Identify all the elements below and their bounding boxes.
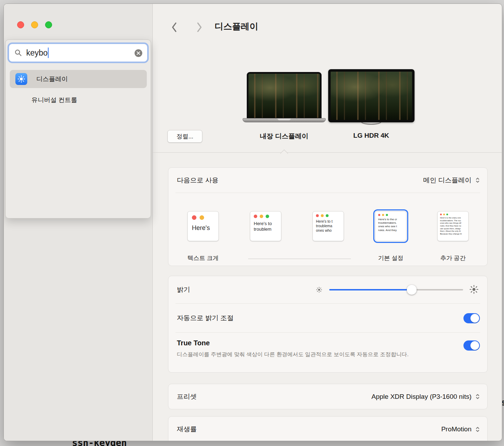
builtin-display-thumbnail[interactable]	[247, 72, 322, 120]
search-result-label: 유니버설 컨트롤	[31, 96, 77, 104]
auto-brightness-toggle[interactable]	[463, 313, 480, 323]
external-display-thumbnail[interactable]	[328, 69, 415, 122]
true-tone-toggle[interactable]	[463, 340, 480, 351]
wallpaper-forest-image	[249, 74, 320, 118]
scaling-option-1[interactable]: Here's	[187, 211, 219, 241]
brightness-row: 밝기	[168, 276, 487, 303]
close-button[interactable]	[17, 21, 24, 28]
chevron-up-down-icon	[475, 177, 480, 183]
brightness-slider-fill	[329, 289, 412, 290]
refresh-rate-dropdown[interactable]: ProMotion	[441, 425, 480, 433]
text-cursor	[48, 48, 49, 58]
preset-dropdown[interactable]: Apple XDR Display (P3-1600 nits)	[372, 393, 480, 401]
search-query-text: keybo	[26, 48, 48, 58]
page-title: 디스플레이	[215, 21, 258, 32]
sample-text: Here's to t troublema ones who	[313, 217, 344, 232]
sample-text: Here's to troublem	[250, 218, 281, 232]
search-result-universal-control[interactable]: 유니버설 컨트롤	[10, 92, 147, 108]
mini-traffic-lights-icon	[375, 211, 406, 216]
back-button[interactable]	[170, 21, 179, 33]
mini-traffic-lights-icon	[313, 211, 344, 217]
sample-text: Here's to the crazy one troublemakers. T…	[438, 215, 468, 235]
scaling-option-5[interactable]: Here's to the crazy one troublemakers. T…	[437, 211, 469, 241]
display-brightness-icon	[15, 73, 27, 85]
use-as-label: 다음으로 사용	[177, 176, 218, 185]
system-settings-window: keybo	[3, 3, 502, 441]
brightness-dim-icon	[316, 287, 322, 293]
scaling-options: Here's Here's to troublem	[168, 193, 487, 266]
preset-card: 프리셋 Apple XDR Display (P3-1600 nits)	[168, 384, 488, 409]
zoom-button[interactable]	[45, 21, 52, 28]
chevron-up-down-icon	[475, 394, 480, 400]
mini-traffic-lights-icon	[188, 211, 218, 220]
brightness-label: 밝기	[177, 285, 190, 294]
search-results-popover: keybo	[5, 39, 151, 218]
display-settings-card: 다음으로 사용 메인 디스플레이 Her	[168, 167, 488, 266]
search-icon	[14, 49, 22, 57]
brightness-slider-thumb[interactable]	[407, 285, 417, 295]
auto-brightness-label: 자동으로 밝기 조절	[177, 314, 234, 323]
brightness-bright-icon	[469, 285, 478, 294]
brightness-card: 밝기	[168, 276, 488, 373]
selected-display-caret	[280, 150, 288, 158]
search-input[interactable]: keybo	[9, 44, 147, 62]
scaling-option-4[interactable]: Here's to the cr troublemakers. ones who…	[375, 211, 406, 241]
scaling-label-default: 기본 설정	[378, 254, 404, 262]
use-as-row: 다음으로 사용 메인 디스플레이	[168, 168, 487, 193]
true-tone-label: True Tone	[177, 339, 409, 347]
sidebar: keybo	[4, 4, 153, 441]
external-display-label: LG HDR 4K	[353, 132, 389, 139]
scaling-option-2[interactable]: Here's to troublem	[250, 211, 281, 241]
refresh-rate-card: 재생률 ProMotion	[168, 416, 488, 441]
mini-traffic-lights-icon	[438, 211, 468, 215]
search-result-label: 디스플레이	[36, 75, 68, 83]
refresh-rate-row: 재생률 ProMotion	[168, 417, 487, 441]
mini-traffic-lights-icon	[250, 211, 281, 218]
search-result-displays[interactable]: 디스플레이	[10, 70, 147, 88]
wallpaper-forest-image	[331, 72, 412, 120]
preset-label: 프리셋	[177, 392, 197, 401]
true-tone-row: True Tone 디스플레이를 주변광에 맞춰 색상이 다른 환경에서도 일관…	[168, 333, 487, 358]
window-controls	[17, 21, 52, 28]
sample-text: Here's	[188, 220, 218, 232]
auto-brightness-row: 자동으로 밝기 조절	[168, 304, 487, 332]
minimize-button[interactable]	[31, 21, 38, 28]
clear-search-button[interactable]	[135, 49, 142, 57]
use-as-value: 메인 디스플레이	[423, 176, 471, 185]
true-tone-text: True Tone 디스플레이를 주변광에 맞춰 색상이 다른 환경에서도 일관…	[177, 339, 409, 358]
scaling-label-more-space: 추가 공간	[440, 254, 466, 262]
use-as-dropdown[interactable]: 메인 디스플레이	[423, 176, 480, 185]
preset-value: Apple XDR Display (P3-1600 nits)	[372, 393, 471, 401]
arrange-button[interactable]: 정렬...	[167, 130, 202, 143]
refresh-rate-label: 재생률	[177, 425, 197, 434]
sample-text: Here's to the cr troublemakers. ones who…	[375, 216, 406, 232]
chevron-up-down-icon	[475, 426, 480, 432]
divider	[153, 152, 502, 153]
scaling-track-line	[248, 259, 351, 259]
refresh-rate-value: ProMotion	[441, 425, 471, 433]
builtin-display-label: 내장 디스플레이	[260, 132, 308, 141]
laptop-base	[243, 118, 326, 122]
forward-button[interactable]	[195, 21, 204, 33]
preset-row: 프리셋 Apple XDR Display (P3-1600 nits)	[168, 384, 487, 409]
scaling-option-3[interactable]: Here's to t troublema ones who	[312, 211, 344, 241]
true-tone-description: 디스플레이를 주변광에 맞춰 색상이 다른 환경에서도 일관적으로 보이도록 자…	[177, 350, 409, 358]
main-content: 디스플레이 내장 디스플레이 LG HDR 4K 정렬... 다음으로 사용 메…	[153, 4, 502, 441]
brightness-slider[interactable]	[329, 276, 463, 303]
scaling-label-larger-text: 텍스트 크게	[187, 254, 219, 262]
